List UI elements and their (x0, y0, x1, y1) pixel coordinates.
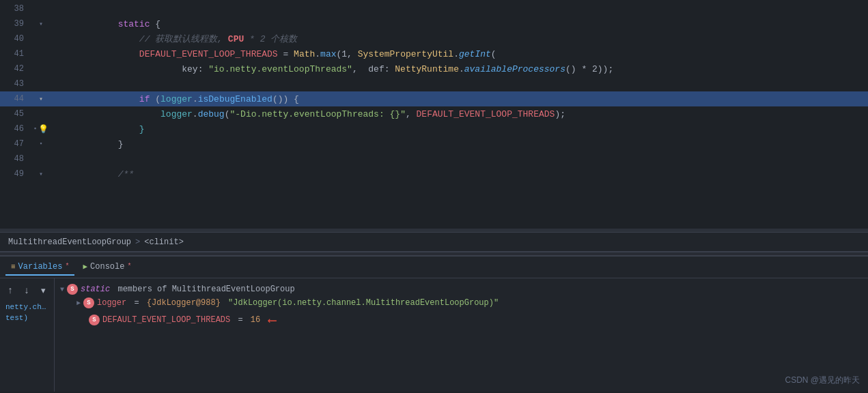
line-number: 48 (0, 154, 31, 164)
logger-equals: = (129, 298, 144, 308)
logger-name: logger (97, 298, 126, 308)
tab-variables-marker: * (65, 263, 69, 270)
sidebar-label-1: netty.channel (3, 302, 51, 312)
fold-icon-44[interactable]: ▾ (39, 95, 43, 103)
line-number: 42 (0, 64, 31, 74)
tab-console[interactable]: ▶ Console * (77, 259, 137, 276)
step-down-button[interactable]: ↓ (19, 282, 34, 297)
filter-button[interactable]: ▾ (36, 282, 51, 297)
logger-var-icon: S (83, 297, 94, 308)
root-expand-icon[interactable] (60, 286, 64, 293)
root-members-label: members of MultithreadEventLoopGroup (113, 285, 294, 294)
tree-item-threads: S DEFAULT_EVENT_LOOP_THREADS = 16 ⟵ (76, 311, 863, 329)
fold-icon-46[interactable]: ▪ (33, 126, 37, 132)
sidebar-labels: netty.channel test) (3, 302, 51, 323)
threads-value: 16 (251, 315, 260, 325)
panel-separator (0, 251, 868, 257)
variables-tree: S static members of MultithreadEventLoop… (60, 282, 863, 329)
line-number: 49 (0, 169, 31, 179)
variables-icon: ≡ (11, 263, 16, 271)
gutter-46[interactable]: ▪ 💡 (31, 124, 51, 134)
code-line-42: 42 key: "io.netty.eventLoopThreads", def… (0, 61, 868, 76)
line-number: 41 (0, 49, 31, 59)
sidebar-label-2: test) (3, 312, 51, 323)
code-line-47: 47 ▪ } (0, 136, 868, 151)
threads-equals: = (233, 315, 248, 325)
editor-area: 38 39 ▾ static { 40 // 获取默认线程数, CPU * 2 … (0, 0, 868, 232)
breadcrumb-class[interactable]: MultithreadEventLoopGroup (8, 237, 131, 247)
step-up-button[interactable]: ↑ (3, 282, 18, 297)
tree-children: S logger = {JdkLogger@988} "JdkLogger(io… (60, 296, 863, 329)
debug-tabs: ≡ Variables * ▶ Console * (0, 257, 868, 278)
gutter-49[interactable]: ▾ (31, 170, 51, 178)
line-content-49: /** (51, 159, 868, 190)
tab-variables[interactable]: ≡ Variables * (5, 259, 74, 276)
logger-value: "JdkLogger(io.netty.channel.MultithreadE… (223, 298, 499, 308)
threads-var-icon: S (89, 315, 100, 325)
lightbulb-icon[interactable]: 💡 (38, 124, 48, 134)
watermark-text: CSDN @遇见的昨天 (785, 375, 860, 385)
debug-content: ↑ ↓ ▾ netty.channel test) S static membe… (0, 278, 868, 392)
code-line-49: 49 ▾ /** (0, 166, 868, 181)
console-icon: ▶ (83, 262, 87, 271)
logger-type: {JdkLogger@988} (147, 298, 221, 308)
tab-console-marker: * (127, 263, 131, 270)
line-number: 40 (0, 34, 31, 44)
nav-buttons: ↑ ↓ ▾ (3, 282, 51, 297)
line-number: 43 (0, 79, 31, 89)
debug-panel: ≡ Variables * ▶ Console * ↑ ↓ ▾ netty.ch… (0, 257, 868, 392)
fold-icon-49[interactable]: ▾ (39, 170, 43, 178)
threads-name: DEFAULT_EVENT_LOOP_THREADS (102, 315, 230, 325)
line-number: 38 (0, 4, 31, 14)
root-static-label: static (81, 285, 110, 294)
fold-icon[interactable]: ▾ (39, 20, 43, 28)
root-var-icon: S (67, 284, 78, 295)
breadcrumb-separator: > (135, 237, 140, 247)
line-number: 45 (0, 109, 31, 119)
tree-root: S static members of MultithreadEventLoop… (60, 282, 863, 296)
logger-expand-icon[interactable] (76, 300, 81, 307)
tree-item-logger: S logger = {JdkLogger@988} "JdkLogger(io… (76, 296, 863, 310)
tab-variables-label: Variables (18, 262, 63, 272)
red-arrow-icon: ⟵ (268, 312, 276, 328)
gutter-44[interactable]: ▾ (31, 95, 51, 103)
line-number: 46 (0, 124, 31, 134)
debug-main: S static members of MultithreadEventLoop… (55, 278, 868, 392)
tab-console-label: Console (90, 262, 124, 272)
gutter-47[interactable]: ▪ (31, 141, 51, 147)
watermark: CSDN @遇见的昨天 (785, 375, 860, 386)
line-number: 39 (0, 19, 31, 29)
line-number: 44 (0, 94, 31, 104)
code-lines: 38 39 ▾ static { 40 // 获取默认线程数, CPU * 2 … (0, 0, 868, 181)
gutter-39[interactable]: ▾ (31, 20, 51, 28)
debug-sidebar: ↑ ↓ ▾ netty.channel test) (0, 278, 55, 392)
breadcrumb-bar: MultithreadEventLoopGroup > <clinit> (0, 232, 868, 251)
line-number: 47 (0, 139, 31, 149)
breadcrumb-method[interactable]: <clinit> (144, 237, 184, 247)
